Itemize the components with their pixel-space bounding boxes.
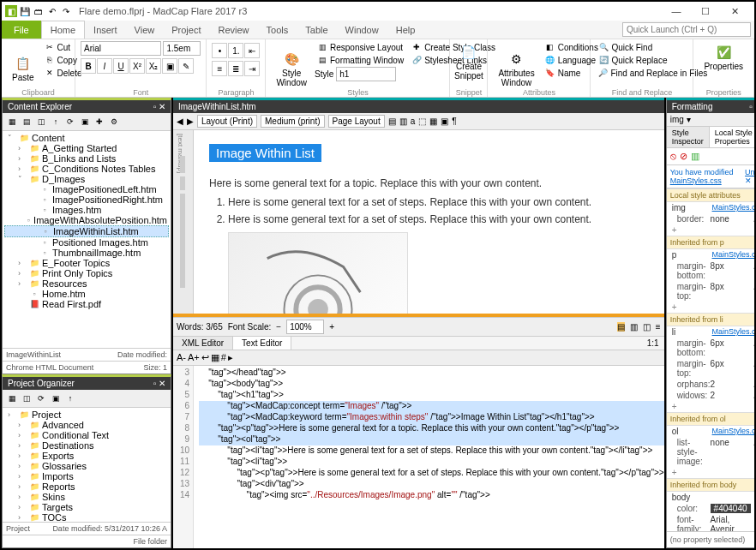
- editor-tab[interactable]: ImageWithinList.htm: [173, 98, 664, 113]
- menu-review[interactable]: Review: [210, 21, 258, 39]
- fmt-add-row[interactable]: +: [667, 401, 756, 412]
- tree-item[interactable]: ›📁Exports: [4, 451, 169, 461]
- fmt-row[interactable]: pMainStyles.css: [667, 249, 756, 260]
- tree-item[interactable]: ▫Images.htm: [4, 205, 169, 215]
- menu-file[interactable]: File: [2, 21, 41, 39]
- doc-li-2[interactable]: Here is some general text for a set of s…: [228, 213, 649, 225]
- fmt-del-icon[interactable]: ⊘: [680, 151, 687, 162]
- quick-find-button[interactable]: 🔍Quick Find: [596, 41, 687, 53]
- tb-icon-3[interactable]: a: [411, 117, 416, 126]
- tree-item[interactable]: ›📁Imports: [4, 471, 169, 481]
- pane-close-icon[interactable]: ▫ ✕: [153, 379, 165, 388]
- underline-button[interactable]: U: [113, 58, 129, 74]
- menu-help[interactable]: Help: [387, 21, 424, 39]
- tree-item[interactable]: ›📁Resources: [4, 278, 169, 289]
- new-icon[interactable]: ✚: [93, 115, 106, 129]
- responsive-layout-button[interactable]: ▥Responsive Layout: [315, 41, 406, 53]
- mainstyles-link[interactable]: MainStyles.css: [670, 176, 722, 185]
- refresh-icon[interactable]: ⟳: [63, 115, 77, 129]
- collapse-icon[interactable]: ▣: [78, 115, 92, 129]
- doc-image[interactable]: [228, 232, 408, 314]
- fmt-row[interactable]: body: [667, 492, 756, 503]
- paste-button[interactable]: 📋Paste: [7, 41, 39, 95]
- po-show-icon[interactable]: ▦: [5, 392, 19, 405]
- indent-button[interactable]: ⇥: [244, 61, 260, 76]
- tb-icon-5[interactable]: ▦: [429, 117, 437, 126]
- doc-para[interactable]: Here is some general text for a topic. R…: [209, 177, 649, 189]
- sub-button[interactable]: X₂: [146, 58, 161, 74]
- align-left-button[interactable]: ≡: [212, 61, 227, 76]
- undo-link[interactable]: Undo: [745, 168, 756, 176]
- tree-item[interactable]: ›📁Project: [4, 410, 169, 420]
- fmt-row[interactable]: margin-top:8px...: [667, 281, 756, 302]
- bold-button[interactable]: B: [81, 58, 96, 74]
- fmt-edit-icon[interactable]: ▥: [691, 151, 699, 162]
- fmt-row[interactable]: margin-bottom:6px...: [667, 338, 756, 358]
- tree-item[interactable]: ›📁Glossaries: [4, 461, 169, 471]
- tree-item[interactable]: ›📁B_Links and Lists: [4, 153, 169, 164]
- properties-button[interactable]: ✅Properties: [699, 41, 748, 73]
- tree-item[interactable]: ›📁C_Conditions Notes Tables: [4, 164, 169, 174]
- code-a-minus-icon[interactable]: A-: [177, 352, 186, 363]
- tree-item[interactable]: ▫ThumbnailImage.htm: [4, 248, 169, 258]
- menu-project[interactable]: Project: [163, 21, 209, 39]
- quick-replace-button[interactable]: 🔄Quick Replace: [596, 54, 687, 66]
- formatting-body[interactable]: Local style attributesimgMainStyles.cssb…: [667, 188, 756, 531]
- attributes-window-button[interactable]: ⚙Attributes Window: [493, 41, 539, 95]
- maximize-button[interactable]: ☐: [696, 3, 715, 19]
- po-up-icon[interactable]: ↑: [63, 392, 77, 405]
- fmt-row[interactable]: olMainStyles.css: [667, 426, 756, 437]
- crumb-chevron-icon[interactable]: ▾: [687, 115, 691, 124]
- tb-icon-1[interactable]: ▤: [388, 117, 396, 126]
- tb-icon-7[interactable]: ¶: [452, 117, 456, 126]
- fmt-row[interactable]: color:#404040: [667, 503, 756, 514]
- fmt-add-row[interactable]: +: [667, 224, 756, 236]
- outdent-button[interactable]: ⇤: [244, 43, 260, 58]
- code-num-icon[interactable]: #: [221, 352, 226, 363]
- tb-icon-6[interactable]: ▣: [441, 117, 448, 126]
- props-icon[interactable]: ⚙: [107, 115, 121, 129]
- code-syntax-icon[interactable]: ▦: [211, 352, 219, 363]
- tree-item[interactable]: ›📁Targets: [4, 502, 169, 512]
- font-size-select[interactable]: 1.5em: [163, 41, 201, 56]
- sup-button[interactable]: X²: [129, 58, 145, 74]
- po-collapse-icon[interactable]: ▣: [49, 392, 63, 405]
- quick-launch-input[interactable]: [622, 22, 751, 37]
- view-3-icon[interactable]: ◫: [643, 322, 651, 332]
- content-tree[interactable]: ˅📁Content›📁A_Getting Started›📁B_Links an…: [3, 131, 171, 348]
- fmt-add-row[interactable]: +: [667, 302, 756, 313]
- align-center-button[interactable]: ≣: [228, 61, 243, 76]
- show-files-icon[interactable]: ▦: [5, 115, 19, 129]
- tree-item[interactable]: ›📁Skins: [4, 492, 169, 502]
- scale-up-icon[interactable]: +: [329, 322, 334, 332]
- view-2-icon[interactable]: ▥: [630, 322, 638, 332]
- fmt-row[interactable]: orphans:2...: [667, 379, 756, 390]
- tree-item[interactable]: 📕Read First.pdf: [4, 299, 169, 309]
- menu-insert[interactable]: Insert: [85, 21, 126, 39]
- font-scale-select[interactable]: 100%: [286, 320, 324, 334]
- pane-close-icon[interactable]: ▫ ✕: [749, 102, 756, 111]
- doc-li-1[interactable]: Here is some general text for a set of s…: [228, 196, 649, 208]
- close-button[interactable]: ✕: [725, 3, 744, 19]
- menu-home[interactable]: Home: [41, 21, 85, 39]
- text-editor-tab[interactable]: Text Editor: [233, 337, 291, 350]
- po-split-icon[interactable]: ◫: [20, 392, 33, 405]
- tree-item[interactable]: ▫ImageWithAbsolutePosition.htm: [4, 215, 169, 225]
- tree-item[interactable]: ›📁Advanced: [4, 420, 169, 430]
- tree-item[interactable]: ›📁Print Only Topics: [4, 268, 169, 278]
- project-tree[interactable]: ›📁Project›📁Advanced›📁Conditional Text›📁D…: [3, 408, 171, 522]
- fmt-row[interactable]: list-style-image:none...: [667, 437, 756, 467]
- xml-editor-tab[interactable]: XML Editor: [173, 337, 233, 350]
- medium-select[interactable]: Medium (print): [261, 115, 324, 128]
- fmt-row[interactable]: font-family:Arial, Avenir: [667, 514, 756, 531]
- view-4-icon[interactable]: ≡: [656, 322, 661, 332]
- scale-down-icon[interactable]: −: [276, 322, 281, 332]
- code-collapse-icon[interactable]: ▸: [228, 352, 233, 363]
- tree-item[interactable]: ▫ImagePositionedLeft.htm: [4, 184, 169, 194]
- create-snippet-button[interactable]: 📄Create Snippet: [455, 41, 482, 82]
- style-select[interactable]: h1: [336, 67, 396, 81]
- tree-item[interactable]: ˅📁Content: [4, 133, 169, 143]
- menu-window[interactable]: Window: [337, 21, 387, 39]
- tree-item[interactable]: ▫ImageWithinList.htm: [4, 225, 169, 237]
- fwd-icon[interactable]: ▶: [187, 117, 194, 126]
